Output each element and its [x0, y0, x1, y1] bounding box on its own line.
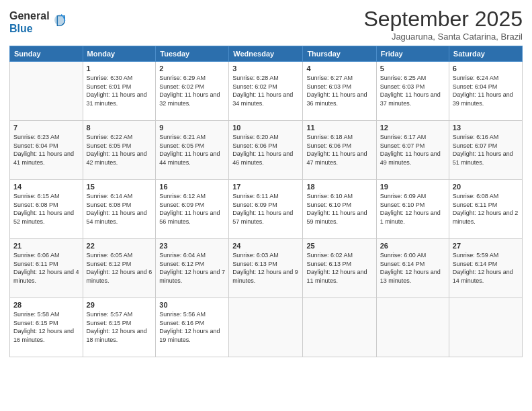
logo-icon	[52, 13, 67, 28]
page-container: General Blue September 2025 Jaguaruna, S…	[0, 0, 532, 411]
day-info: Sunrise: 6:27 AMSunset: 6:03 PMDaylight:…	[306, 74, 372, 107]
day-number: 3	[232, 64, 299, 73]
calendar-cell: 29Sunrise: 5:57 AMSunset: 6:15 PMDayligh…	[83, 298, 156, 357]
calendar-cell: 6Sunrise: 6:24 AMSunset: 6:04 PMDaylight…	[449, 62, 522, 121]
calendar-cell: 7Sunrise: 6:23 AMSunset: 6:04 PMDaylight…	[10, 121, 83, 180]
calendar-week-row: 21Sunrise: 6:06 AMSunset: 6:11 PMDayligh…	[10, 239, 523, 298]
day-info: Sunrise: 6:16 AMSunset: 6:07 PMDaylight:…	[453, 133, 519, 167]
day-info: Sunrise: 6:22 AMSunset: 6:05 PMDaylight:…	[87, 133, 152, 167]
calendar-cell: 20Sunrise: 6:08 AMSunset: 6:11 PMDayligh…	[449, 180, 522, 239]
day-number: 1	[87, 64, 152, 73]
calendar-cell: 15Sunrise: 6:14 AMSunset: 6:08 PMDayligh…	[83, 180, 156, 239]
calendar-cell: 1Sunrise: 6:30 AMSunset: 6:01 PMDaylight…	[83, 62, 156, 121]
weekday-header: Wednesday	[229, 46, 303, 62]
calendar-cell: 11Sunrise: 6:18 AMSunset: 6:06 PMDayligh…	[303, 121, 376, 180]
calendar-cell: 9Sunrise: 6:21 AMSunset: 6:05 PMDaylight…	[156, 121, 229, 180]
day-info: Sunrise: 6:00 AMSunset: 6:14 PMDaylight:…	[380, 251, 445, 285]
day-info: Sunrise: 6:05 AMSunset: 6:12 PMDaylight:…	[87, 251, 152, 285]
weekday-header: Tuesday	[156, 46, 229, 62]
day-info: Sunrise: 6:10 AMSunset: 6:10 PMDaylight:…	[306, 192, 372, 226]
day-number: 12	[380, 124, 445, 132]
day-info: Sunrise: 6:02 AMSunset: 6:13 PMDaylight:…	[306, 251, 372, 285]
day-number: 21	[13, 242, 79, 250]
calendar-cell: 22Sunrise: 6:05 AMSunset: 6:12 PMDayligh…	[83, 239, 156, 298]
day-info: Sunrise: 5:59 AMSunset: 6:14 PMDaylight:…	[453, 251, 519, 285]
day-number: 10	[232, 124, 299, 132]
calendar-week-row: 28Sunrise: 5:58 AMSunset: 6:15 PMDayligh…	[10, 298, 523, 357]
calendar-cell: 3Sunrise: 6:28 AMSunset: 6:02 PMDaylight…	[229, 62, 303, 121]
calendar-cell	[376, 298, 449, 357]
weekday-header: Monday	[83, 46, 156, 62]
title-block: September 2025 Jaguaruna, Santa Catarina…	[363, 7, 523, 42]
day-number: 2	[159, 64, 225, 73]
day-info: Sunrise: 6:14 AMSunset: 6:08 PMDaylight:…	[87, 192, 152, 226]
day-info: Sunrise: 5:58 AMSunset: 6:15 PMDaylight:…	[13, 310, 79, 344]
day-info: Sunrise: 6:23 AMSunset: 6:04 PMDaylight:…	[13, 133, 79, 167]
calendar-cell: 12Sunrise: 6:17 AMSunset: 6:07 PMDayligh…	[376, 121, 449, 180]
calendar-week-row: 7Sunrise: 6:23 AMSunset: 6:04 PMDaylight…	[10, 121, 523, 180]
calendar-table: SundayMondayTuesdayWednesdayThursdayFrid…	[9, 46, 523, 357]
day-number: 6	[453, 64, 519, 73]
day-info: Sunrise: 6:03 AMSunset: 6:13 PMDaylight:…	[232, 251, 299, 285]
calendar-week-row: 1Sunrise: 6:30 AMSunset: 6:01 PMDaylight…	[10, 62, 523, 121]
calendar-cell: 16Sunrise: 6:12 AMSunset: 6:09 PMDayligh…	[156, 180, 229, 239]
calendar-cell: 2Sunrise: 6:29 AMSunset: 6:02 PMDaylight…	[156, 62, 229, 121]
calendar-cell: 23Sunrise: 6:04 AMSunset: 6:12 PMDayligh…	[156, 239, 229, 298]
day-info: Sunrise: 6:20 AMSunset: 6:06 PMDaylight:…	[232, 133, 299, 167]
logo-line2: Blue	[9, 22, 50, 35]
calendar-cell: 21Sunrise: 6:06 AMSunset: 6:11 PMDayligh…	[10, 239, 83, 298]
day-number: 7	[13, 124, 79, 132]
day-info: Sunrise: 6:24 AMSunset: 6:04 PMDaylight:…	[453, 74, 519, 107]
calendar-cell	[303, 298, 376, 357]
calendar-cell: 18Sunrise: 6:10 AMSunset: 6:10 PMDayligh…	[303, 180, 376, 239]
calendar-cell: 10Sunrise: 6:20 AMSunset: 6:06 PMDayligh…	[229, 121, 303, 180]
calendar-header-row: SundayMondayTuesdayWednesdayThursdayFrid…	[10, 46, 523, 62]
calendar-cell: 19Sunrise: 6:09 AMSunset: 6:10 PMDayligh…	[376, 180, 449, 239]
logo: General Blue	[9, 9, 67, 35]
calendar-cell: 30Sunrise: 5:56 AMSunset: 6:16 PMDayligh…	[156, 298, 229, 357]
day-info: Sunrise: 5:56 AMSunset: 6:16 PMDaylight:…	[159, 310, 225, 344]
calendar-cell	[449, 298, 522, 357]
calendar-cell	[10, 62, 83, 121]
day-info: Sunrise: 6:30 AMSunset: 6:01 PMDaylight:…	[87, 74, 152, 107]
day-info: Sunrise: 6:28 AMSunset: 6:02 PMDaylight:…	[232, 74, 299, 107]
calendar-cell: 14Sunrise: 6:15 AMSunset: 6:08 PMDayligh…	[10, 180, 83, 239]
calendar-cell: 17Sunrise: 6:11 AMSunset: 6:09 PMDayligh…	[229, 180, 303, 239]
day-number: 19	[380, 183, 445, 191]
subtitle: Jaguaruna, Santa Catarina, Brazil	[363, 32, 523, 42]
calendar-cell: 25Sunrise: 6:02 AMSunset: 6:13 PMDayligh…	[303, 239, 376, 298]
day-number: 17	[232, 183, 299, 191]
day-number: 28	[13, 301, 79, 309]
weekday-header: Saturday	[449, 46, 522, 62]
day-info: Sunrise: 6:29 AMSunset: 6:02 PMDaylight:…	[159, 74, 225, 107]
day-number: 15	[87, 183, 152, 191]
weekday-header: Sunday	[10, 46, 83, 62]
day-number: 27	[453, 242, 519, 250]
day-number: 13	[453, 124, 519, 132]
day-number: 8	[87, 124, 152, 132]
calendar-week-row: 14Sunrise: 6:15 AMSunset: 6:08 PMDayligh…	[10, 180, 523, 239]
calendar-cell: 8Sunrise: 6:22 AMSunset: 6:05 PMDaylight…	[83, 121, 156, 180]
day-number: 26	[380, 242, 445, 250]
day-number: 22	[87, 242, 152, 250]
day-number: 29	[87, 301, 152, 309]
day-number: 14	[13, 183, 79, 191]
day-info: Sunrise: 6:06 AMSunset: 6:11 PMDaylight:…	[13, 251, 79, 285]
calendar-cell: 24Sunrise: 6:03 AMSunset: 6:13 PMDayligh…	[229, 239, 303, 298]
day-info: Sunrise: 6:04 AMSunset: 6:12 PMDaylight:…	[159, 251, 225, 285]
calendar-cell: 28Sunrise: 5:58 AMSunset: 6:15 PMDayligh…	[10, 298, 83, 357]
day-info: Sunrise: 6:12 AMSunset: 6:09 PMDaylight:…	[159, 192, 225, 226]
month-title: September 2025	[363, 7, 523, 32]
day-number: 24	[232, 242, 299, 250]
weekday-header: Friday	[376, 46, 449, 62]
calendar-cell: 4Sunrise: 6:27 AMSunset: 6:03 PMDaylight…	[303, 62, 376, 121]
day-info: Sunrise: 6:18 AMSunset: 6:06 PMDaylight:…	[306, 133, 372, 167]
day-info: Sunrise: 6:15 AMSunset: 6:08 PMDaylight:…	[13, 192, 79, 226]
day-number: 16	[159, 183, 225, 191]
day-info: Sunrise: 6:21 AMSunset: 6:05 PMDaylight:…	[159, 133, 225, 167]
day-info: Sunrise: 6:11 AMSunset: 6:09 PMDaylight:…	[232, 192, 299, 226]
day-info: Sunrise: 5:57 AMSunset: 6:15 PMDaylight:…	[87, 310, 152, 344]
day-info: Sunrise: 6:09 AMSunset: 6:10 PMDaylight:…	[380, 192, 445, 226]
day-number: 5	[380, 64, 445, 73]
calendar-cell	[229, 298, 303, 357]
